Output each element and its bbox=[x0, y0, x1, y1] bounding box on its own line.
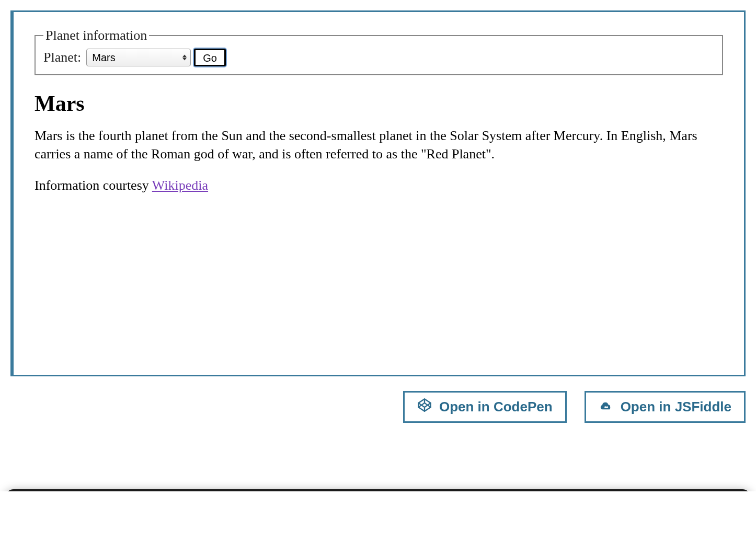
jsfiddle-button-label: Open in JSFiddle bbox=[621, 399, 731, 415]
planet-select[interactable]: Mars bbox=[86, 49, 191, 66]
open-jsfiddle-button[interactable]: Open in JSFiddle bbox=[585, 391, 746, 423]
planet-label: Planet: bbox=[43, 50, 81, 65]
tooltip-overlay: 2 Mars Mars is the fourth planet from th… bbox=[5, 489, 751, 491]
cloud-icon bbox=[599, 398, 613, 416]
codepen-icon bbox=[417, 398, 432, 416]
planet-title: Mars bbox=[35, 91, 723, 116]
codepen-button-label: Open in CodePen bbox=[439, 399, 553, 415]
form-row: Planet: Mars Go bbox=[43, 49, 714, 66]
go-button[interactable]: Go bbox=[194, 49, 226, 66]
courtesy-line: Information courtesy Wikipedia bbox=[35, 178, 723, 193]
open-codepen-button[interactable]: Open in CodePen bbox=[403, 391, 567, 423]
fieldset-legend: Planet information bbox=[43, 28, 149, 43]
demo-panel: Planet information Planet: Mars Go bbox=[10, 10, 746, 376]
wikipedia-link[interactable]: Wikipedia bbox=[152, 178, 208, 193]
courtesy-prefix: Information courtesy bbox=[35, 178, 152, 193]
action-buttons-row: Open in CodePen Open in JSFiddle bbox=[0, 387, 756, 423]
planet-description: Mars is the fourth planet from the Sun a… bbox=[35, 126, 723, 163]
planet-fieldset: Planet information Planet: Mars Go bbox=[35, 28, 723, 75]
